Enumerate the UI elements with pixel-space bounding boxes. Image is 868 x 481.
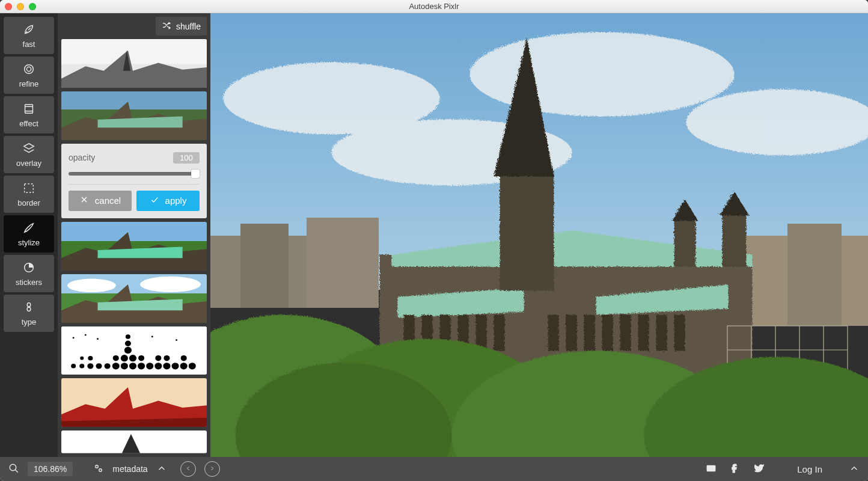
svg-rect-79	[565, 314, 576, 350]
sidebar-item-refine[interactable]: refine	[4, 57, 54, 94]
facebook-icon	[730, 463, 741, 476]
titlebar: Autodesk Pixlr	[0, 0, 868, 13]
info-button[interactable]	[93, 463, 104, 476]
sidebar-item-stylize[interactable]: stylize	[4, 215, 54, 253]
svg-point-43	[126, 334, 130, 339]
chevron-left-icon	[185, 464, 192, 474]
rocket-icon	[22, 23, 35, 36]
svg-rect-61	[787, 224, 842, 326]
svg-point-54	[469, 31, 733, 115]
filter-thumb-silhouette[interactable]	[61, 430, 207, 453]
close-window-button[interactable]	[5, 3, 12, 10]
svg-point-14	[67, 278, 116, 292]
effect-icon	[22, 102, 35, 115]
tool-sidebar: fast refine effect overlay border styliz…	[0, 13, 58, 457]
svg-point-22	[105, 363, 111, 369]
svg-point-39	[155, 355, 161, 361]
chevron-right-icon	[209, 464, 216, 474]
filter-thumb-halftone[interactable]	[61, 326, 207, 375]
apply-button[interactable]: apply	[136, 191, 200, 211]
filter-thumb-oil-painting[interactable]	[61, 91, 207, 140]
svg-rect-70	[673, 218, 695, 266]
svg-point-31	[180, 363, 188, 369]
svg-point-44	[124, 346, 132, 353]
facebook-share-button[interactable]	[730, 463, 741, 476]
sidebar-item-label: fast	[23, 40, 35, 49]
opacity-slider[interactable]	[69, 170, 200, 178]
cancel-button[interactable]: cancel	[69, 191, 132, 211]
filter-thumb-bw-sketch[interactable]	[61, 39, 207, 88]
svg-point-38	[138, 355, 144, 361]
brush-icon	[22, 221, 35, 234]
image-canvas[interactable]	[210, 13, 868, 457]
minimize-window-button[interactable]	[17, 3, 24, 10]
svg-point-26	[138, 363, 145, 369]
svg-rect-77	[493, 314, 504, 350]
shuffle-button[interactable]: shuffle	[156, 17, 207, 35]
nav-prev-button[interactable]	[180, 461, 196, 477]
email-share-button[interactable]	[706, 463, 717, 476]
svg-point-29	[163, 363, 170, 369]
zoom-tool-button[interactable]	[8, 463, 19, 476]
svg-point-33	[80, 356, 84, 360]
svg-rect-82	[619, 314, 630, 350]
filter-panel: shuffle	[58, 13, 210, 457]
svg-point-48	[151, 335, 153, 337]
svg-point-41	[181, 355, 187, 361]
svg-rect-8	[61, 39, 207, 64]
nav-next-button[interactable]	[204, 461, 220, 477]
filter-thumb-red-poster[interactable]	[61, 378, 207, 427]
svg-point-37	[129, 355, 136, 361]
sidebar-item-fast[interactable]: fast	[4, 17, 54, 54]
login-button[interactable]: Log In	[797, 464, 822, 474]
close-icon	[79, 195, 89, 206]
account-menu-button[interactable]	[849, 463, 860, 476]
email-icon	[706, 463, 717, 476]
twitter-share-button[interactable]	[754, 463, 765, 476]
svg-point-21	[96, 363, 102, 369]
svg-rect-59	[307, 218, 379, 308]
twitter-icon	[754, 463, 765, 476]
svg-point-35	[113, 355, 119, 361]
expand-up-button[interactable]	[156, 463, 167, 476]
filter-thumb-original[interactable]	[61, 274, 207, 323]
sidebar-item-label: stylize	[18, 238, 40, 247]
svg-point-28	[154, 363, 162, 369]
chevron-up-icon	[849, 463, 860, 476]
zoom-window-button[interactable]	[29, 3, 36, 10]
svg-rect-85	[673, 314, 684, 350]
svg-point-99	[10, 464, 16, 471]
sidebar-item-border[interactable]: border	[4, 176, 54, 213]
svg-point-30	[172, 363, 179, 369]
shuffle-icon	[162, 20, 171, 32]
svg-point-20	[87, 363, 93, 369]
svg-point-0	[25, 64, 34, 73]
svg-point-40	[164, 355, 170, 361]
sidebar-item-label: stickers	[16, 278, 42, 287]
svg-rect-2	[25, 104, 33, 113]
metadata-button[interactable]: metadata	[112, 464, 147, 474]
svg-point-32	[189, 363, 196, 369]
filter-settings-panel: opacity 100 cancel apply	[61, 144, 207, 218]
border-icon	[22, 182, 35, 195]
svg-point-15	[140, 276, 201, 292]
svg-point-102	[99, 468, 102, 471]
sidebar-item-stickers[interactable]: stickers	[4, 255, 54, 292]
zoom-level[interactable]: 106.86%	[28, 462, 73, 476]
sidebar-item-type[interactable]: type	[4, 295, 54, 332]
refine-icon	[22, 63, 35, 76]
sidebar-item-effect[interactable]: effect	[4, 96, 54, 133]
apply-label: apply	[165, 195, 187, 206]
svg-point-46	[85, 334, 87, 335]
bottom-bar: 106.86% metadata Log In	[0, 457, 868, 481]
svg-point-47	[97, 338, 99, 340]
overlay-icon	[22, 142, 35, 155]
svg-line-100	[15, 470, 18, 473]
shuffle-label: shuffle	[176, 22, 201, 31]
svg-point-27	[146, 363, 153, 369]
sidebar-item-overlay[interactable]: overlay	[4, 136, 54, 173]
filter-thumb-saturated[interactable]	[61, 222, 207, 271]
divider	[69, 184, 200, 185]
svg-rect-84	[655, 314, 666, 350]
svg-point-19	[79, 364, 84, 369]
